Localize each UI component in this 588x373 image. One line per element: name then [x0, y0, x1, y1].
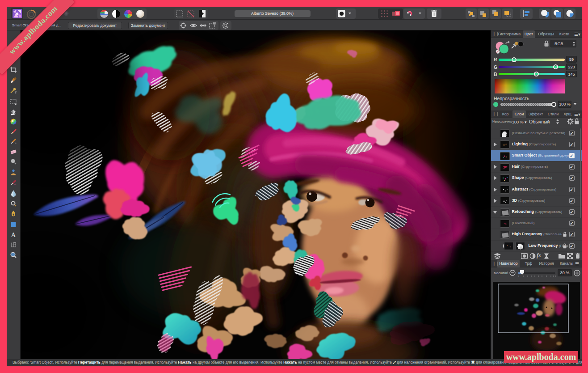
svg-text:A: A — [11, 231, 16, 238]
